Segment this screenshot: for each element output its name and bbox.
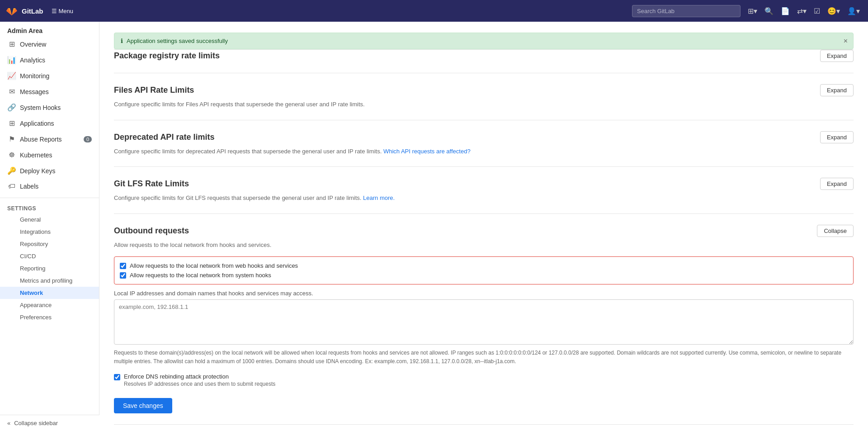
success-alert: ℹ Application settings saved successfull… (114, 33, 854, 49)
sidebar-item-label: Overview (20, 41, 46, 48)
sidebar-item-integrations[interactable]: Integrations (0, 226, 99, 238)
outbound-header: Outbound requests Collapse (114, 225, 854, 237)
merge-requests-button[interactable]: ⇄▾ (794, 4, 809, 18)
files-api-section: Files API Rate Limits Expand Configure s… (114, 73, 854, 120)
git-lfs-section: Git LFS Rate Limits Expand Configure spe… (114, 167, 854, 214)
user-avatar-button[interactable]: 👤▾ (844, 4, 863, 18)
sidebar-item-appearance[interactable]: Appearance (0, 299, 99, 311)
sidebar-item-kubernetes[interactable]: ☸ Kubernetes (0, 147, 99, 163)
sidebar-item-label: Deploy Keys (20, 167, 56, 175)
deprecated-api-section: Deprecated API rate limits Expand Config… (114, 120, 854, 167)
sidebar-item-deploy-keys[interactable]: 🔑 Deploy Keys (0, 163, 99, 179)
applications-icon: ⊞ (7, 119, 16, 128)
sidebar-item-overview[interactable]: ⊞ Overview (0, 36, 99, 52)
sidebar: Admin Area ⊞ Overview 📊 Analytics 📈 Moni… (0, 22, 99, 431)
sidebar-item-metrics-profiling[interactable]: Metrics and profiling (0, 275, 99, 287)
outbound-checkboxes-box: Allow requests to the local network from… (114, 256, 854, 284)
search-input[interactable] (632, 5, 741, 17)
sidebar-item-cicd[interactable]: CI/CD (0, 250, 99, 262)
files-api-header: Files API Rate Limits Expand (114, 84, 854, 96)
files-api-desc: Configure specific limits for Files API … (114, 100, 854, 109)
sidebar-item-reporting[interactable]: Reporting (0, 262, 99, 275)
allow-system-hooks-label: Allow requests to the local network from… (130, 272, 271, 279)
sidebar-item-label: Analytics (20, 57, 45, 64)
outbound-collapse-button[interactable]: Collapse (817, 225, 854, 237)
git-lfs-desc: Configure specific limits for Git LFS re… (114, 194, 854, 203)
sidebar-item-labels[interactable]: 🏷 Labels (0, 179, 99, 194)
deprecated-api-link[interactable]: Which API requests are affected? (383, 148, 471, 155)
abuse-reports-icon: ⚑ (7, 135, 16, 143)
files-api-expand-button[interactable]: Expand (820, 84, 854, 96)
enforce-dns-checkbox[interactable] (114, 374, 120, 380)
allow-webhooks-label: Allow requests to the local network from… (130, 262, 298, 269)
package-registry-section: Package registry rate limits Expand (114, 50, 854, 73)
outbound-title: Outbound requests (114, 226, 189, 236)
enforce-dns-sub: Resolves IP addresses once and uses them… (124, 381, 275, 387)
checkbox-row-webhooks: Allow requests to the local network from… (120, 262, 848, 269)
brand-name: GitLab (22, 7, 43, 15)
abuse-reports-badge: 0 (84, 136, 92, 142)
deprecated-api-expand-button[interactable]: Expand (820, 131, 854, 143)
allow-webhooks-checkbox[interactable] (120, 263, 126, 269)
sidebar-item-label: System Hooks (20, 104, 61, 111)
save-changes-button[interactable]: Save changes (114, 398, 172, 413)
sidebar-item-general[interactable]: General (0, 213, 99, 226)
git-lfs-title: Git LFS Rate Limits (114, 179, 189, 189)
alert-wrapper: ℹ Application settings saved successfull… (114, 33, 854, 50)
info-icon: ℹ (121, 38, 123, 44)
deprecated-api-desc: Configure specific limits for deprecated… (114, 147, 854, 156)
sidebar-item-repository[interactable]: Repository (0, 238, 99, 250)
kubernetes-icon: ☸ (7, 151, 16, 159)
collapse-label: Collapse sidebar (14, 420, 58, 426)
git-lfs-expand-button[interactable]: Expand (820, 178, 854, 190)
collapse-sidebar-button[interactable]: « Collapse sidebar (0, 415, 99, 431)
search-button[interactable]: 🔍 (762, 4, 776, 18)
collapse-icon: « (7, 420, 10, 426)
menu-label: Menu (59, 8, 74, 14)
alert-close-button[interactable]: × (844, 37, 848, 45)
sidebar-item-system-hooks[interactable]: 🔗 System Hooks (0, 99, 99, 115)
user-status-button[interactable]: 😊▾ (825, 4, 843, 18)
brand: GitLab (5, 5, 43, 17)
new-item-button[interactable]: ⊞▾ (745, 4, 760, 18)
deprecated-api-header: Deprecated API rate limits Expand (114, 131, 854, 143)
analytics-icon: 📊 (7, 56, 16, 64)
alert-text: Application settings saved successfully (127, 38, 228, 44)
issues-button[interactable]: ☑ (811, 4, 823, 18)
enforce-dns-label: Enforce DNS rebinding attack protection (124, 373, 275, 380)
labels-icon: 🏷 (7, 182, 16, 190)
sidebar-item-messages[interactable]: ✉ Messages (0, 84, 99, 99)
sidebar-item-preferences[interactable]: Preferences (0, 311, 99, 323)
sidebar-item-abuse-reports[interactable]: ⚑ Abuse Reports 0 (0, 131, 99, 147)
outbound-requests-section: Outbound requests Collapse Allow request… (114, 214, 854, 425)
sidebar-item-network[interactable]: Network (0, 287, 99, 299)
overview-icon: ⊞ (7, 40, 16, 48)
layout: Admin Area ⊞ Overview 📊 Analytics 📈 Moni… (0, 22, 868, 431)
sidebar-item-label: Messages (20, 88, 49, 95)
gitlab-logo-icon (5, 5, 18, 17)
docs-button[interactable]: 📄 (778, 4, 793, 18)
navbar-icons: ⊞▾ 🔍 📄 ⇄▾ ☑ 😊▾ 👤▾ (745, 4, 863, 18)
local-ip-field-label: Local IP addresses and domain names that… (114, 290, 854, 297)
deploy-keys-icon: 🔑 (7, 166, 16, 175)
sidebar-item-monitoring[interactable]: 📈 Monitoring (0, 68, 99, 84)
system-hooks-icon: 🔗 (7, 103, 16, 112)
local-ip-textarea[interactable] (114, 299, 854, 345)
menu-button[interactable]: ☰ Menu (48, 6, 77, 16)
deprecated-api-title: Deprecated API rate limits (114, 133, 214, 142)
git-lfs-link[interactable]: Learn more. (363, 194, 395, 201)
section-title: Package registry rate limits (114, 51, 220, 61)
allow-system-hooks-checkbox[interactable] (120, 272, 126, 279)
package-registry-expand-button[interactable]: Expand (820, 50, 854, 62)
sidebar-item-applications[interactable]: ⊞ Applications (0, 115, 99, 131)
local-ip-help-text: Requests to these domain(s)/address(es) … (114, 349, 854, 366)
admin-area-label: Admin Area (0, 22, 99, 36)
outbound-desc: Allow requests to the local network from… (114, 241, 854, 250)
enforce-dns-labels: Enforce DNS rebinding attack protection … (124, 373, 275, 387)
navbar: GitLab ☰ Menu ⊞▾ 🔍 📄 ⇄▾ ☑ 😊▾ 👤▾ (0, 0, 868, 22)
sidebar-item-label: Labels (20, 183, 38, 190)
sidebar-divider (0, 198, 99, 198)
git-lfs-header: Git LFS Rate Limits Expand (114, 178, 854, 190)
monitoring-icon: 📈 (7, 71, 16, 80)
sidebar-item-analytics[interactable]: 📊 Analytics (0, 52, 99, 68)
